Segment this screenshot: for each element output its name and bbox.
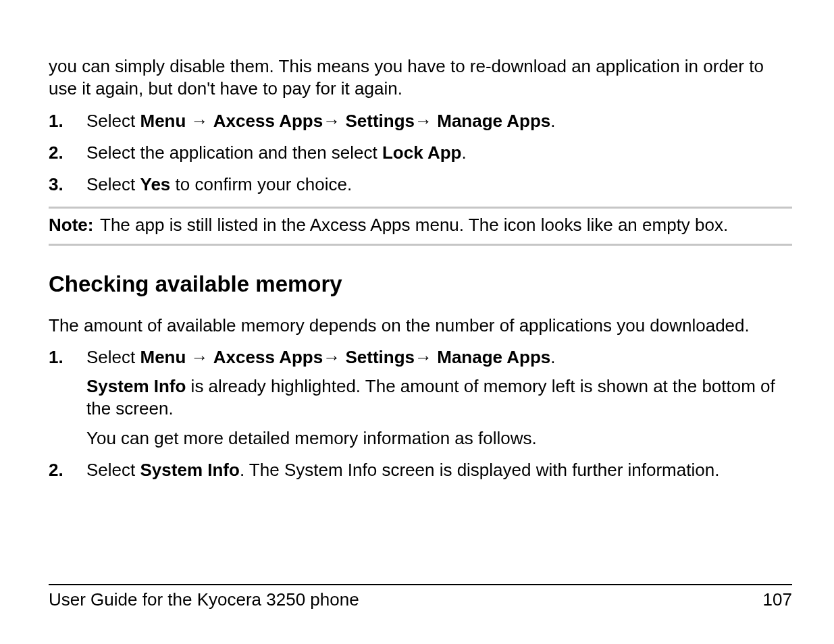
document-page: you can simply disable them. This means … xyxy=(0,0,834,644)
arrow-icon: → xyxy=(323,347,345,367)
ui-label: System Info xyxy=(140,460,240,480)
text: Select xyxy=(86,111,140,131)
ui-label: System Info xyxy=(86,376,186,396)
step-1: 1. Select Menu → Axcess Apps→ Settings→ … xyxy=(49,110,792,132)
section-paragraph: The amount of available memory depends o… xyxy=(49,315,792,337)
step-subtext: System Info is already highlighted. The … xyxy=(86,375,792,421)
note-inner: Note: The app is still listed in the Axc… xyxy=(49,214,792,236)
menu-path-item: Axcess Apps xyxy=(213,111,323,131)
text: to confirm your choice. xyxy=(170,174,352,194)
step-number: 2. xyxy=(49,459,86,481)
text: Select the application and then select xyxy=(86,142,382,163)
text: Select xyxy=(86,174,140,194)
menu-path-item: Manage Apps xyxy=(437,111,550,131)
step-number: 1. xyxy=(49,110,86,132)
text: . xyxy=(550,111,555,131)
step-body: Select Menu → Axcess Apps→ Settings→ Man… xyxy=(86,346,792,450)
page-footer: User Guide for the Kyocera 3250 phone 10… xyxy=(49,584,792,610)
menu-path-item: Settings xyxy=(345,347,415,367)
step-number: 1. xyxy=(49,346,86,450)
arrow-icon: → xyxy=(415,111,437,131)
note-text: The app is still listed in the Axcess Ap… xyxy=(100,214,792,236)
ui-label: Lock App xyxy=(382,142,461,163)
section-heading: Checking available memory xyxy=(49,271,792,297)
step-3: 3. Select Yes to confirm your choice. xyxy=(49,173,792,196)
step-1: 1. Select Menu → Axcess Apps→ Settings→ … xyxy=(49,346,792,450)
step-body: Select the application and then select L… xyxy=(86,142,792,164)
ui-label: Yes xyxy=(140,174,171,194)
arrow-icon: → xyxy=(186,347,213,367)
step-subtext: You can get more detailed memory informa… xyxy=(86,427,792,450)
step-body: Select Menu → Axcess Apps→ Settings→ Man… xyxy=(86,110,792,132)
step-number: 2. xyxy=(49,142,86,164)
menu-path-item: Settings xyxy=(345,111,415,131)
menu-path-item: Axcess Apps xyxy=(213,347,323,367)
footer-title: User Guide for the Kyocera 3250 phone xyxy=(49,589,359,610)
steps-list-2: 1. Select Menu → Axcess Apps→ Settings→ … xyxy=(49,346,792,481)
step-body: Select Yes to confirm your choice. xyxy=(86,173,792,196)
step-2: 2. Select System Info. The System Info s… xyxy=(49,459,792,481)
note-box: Note: The app is still listed in the Axc… xyxy=(49,207,792,245)
text: is already highlighted. The amount of me… xyxy=(86,376,775,419)
menu-path-item: Manage Apps xyxy=(437,347,550,367)
menu-path-item: Menu xyxy=(140,347,186,367)
page-number: 107 xyxy=(763,589,792,610)
step-2: 2. Select the application and then selec… xyxy=(49,142,792,164)
menu-path-item: Menu xyxy=(140,111,186,131)
arrow-icon: → xyxy=(415,347,437,367)
step-body: Select System Info. The System Info scre… xyxy=(86,459,792,481)
note-label: Note: xyxy=(49,214,100,236)
text: Select xyxy=(86,347,140,367)
arrow-icon: → xyxy=(186,111,213,131)
arrow-icon: → xyxy=(323,111,345,131)
step-number: 3. xyxy=(49,173,86,196)
steps-list-1: 1. Select Menu → Axcess Apps→ Settings→ … xyxy=(49,110,792,196)
text: . The System Info screen is displayed wi… xyxy=(240,460,720,480)
text: . xyxy=(550,347,555,367)
text: Select xyxy=(86,460,140,480)
intro-paragraph: you can simply disable them. This means … xyxy=(49,55,792,101)
text: . xyxy=(461,142,466,163)
